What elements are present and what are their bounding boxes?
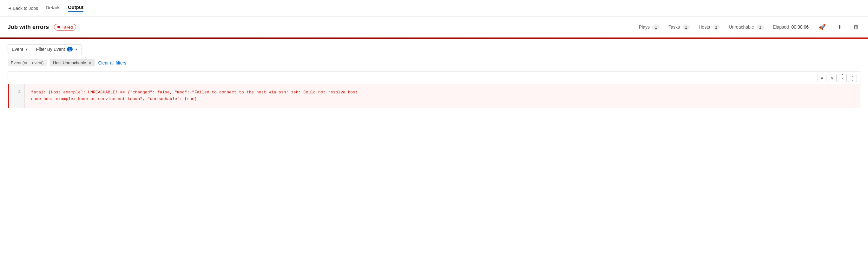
tasks-count: 1	[682, 25, 690, 30]
event-dropdown-label: Event	[12, 47, 23, 52]
filter-by-event-dropdown[interactable]: Filter By Event 1 ▼	[32, 45, 82, 54]
down-arrow-icon: ∨	[831, 75, 834, 80]
chevron-down-icon-2: ▼	[74, 48, 78, 51]
tasks-label: Tasks	[669, 25, 680, 30]
rocket-icon: 🚀	[819, 24, 826, 30]
hosts-count: 1	[713, 25, 720, 30]
elapsed-label: Elapsed	[773, 25, 789, 30]
back-to-jobs-link[interactable]: ◄ Back to Jobs	[8, 6, 38, 11]
active-filter-label: Event (or__event)	[8, 59, 46, 66]
elapsed-value: 00:00:06	[792, 25, 809, 30]
rocket-button[interactable]: 🚀	[817, 22, 827, 32]
output-toolbar: ∧ ∨ ⌃⌃ ⌄⌄	[8, 72, 860, 84]
output-container: ∧ ∨ ⌃⌃ ⌄⌄ 4 fatal: [Host example]: UNREA…	[8, 72, 860, 108]
download-button[interactable]: ⬇	[836, 22, 843, 32]
active-filter-value-tag: Host Unreachable ✕	[50, 59, 95, 66]
back-arrow-icon: ◄	[8, 6, 11, 10]
clear-all-filters-button[interactable]: Clear all filters	[98, 60, 126, 65]
delete-button[interactable]: 🗑	[852, 23, 860, 32]
download-icon: ⬇	[837, 24, 842, 30]
top-nav: ◄ Back to Jobs Details Output	[0, 0, 868, 17]
remove-filter-icon[interactable]: ✕	[89, 61, 92, 65]
unreachable-count: 1	[757, 25, 764, 30]
hosts-stat: Hosts 1	[699, 25, 720, 30]
output-row: 4 fatal: [Host example]: UNREACHABLE! =>…	[8, 84, 860, 108]
filter-count-badge: 1	[67, 47, 73, 52]
job-stats: Plays 1 Tasks 1 Hosts 1 Unreachable 1 El…	[639, 22, 860, 32]
tasks-stat: Tasks 1	[669, 25, 690, 30]
elapsed-stat: Elapsed 00:00:06	[773, 25, 809, 30]
scroll-up-button[interactable]: ∧	[817, 74, 827, 82]
up-arrow-icon: ∧	[820, 75, 824, 80]
scroll-down-button[interactable]: ∨	[828, 74, 837, 82]
hosts-label: Hosts	[699, 25, 710, 30]
tab-output[interactable]: Output	[68, 4, 84, 12]
trash-icon: 🗑	[854, 24, 859, 30]
job-header: Job with errors Failed Plays 1 Tasks 1 H…	[0, 17, 868, 37]
active-filters-row: Event (or__event) Host Unreachable ✕ Cle…	[8, 59, 860, 66]
job-title: Job with errors	[8, 24, 49, 30]
filter-area: Event ▼ Filter By Event 1 ▼ Event (or__e…	[0, 39, 868, 66]
status-label: Failed	[62, 25, 73, 30]
event-dropdown[interactable]: Event ▼	[8, 45, 32, 54]
plays-label: Plays	[639, 25, 650, 30]
filter-controls-row: Event ▼ Filter By Event 1 ▼	[8, 45, 860, 54]
filter-value-text: Host Unreachable	[53, 60, 86, 65]
status-badge: Failed	[54, 24, 76, 30]
status-dot	[57, 26, 60, 28]
top-arrow-icon: ⌃⌃	[841, 74, 844, 82]
back-to-jobs-label: Back to Jobs	[13, 6, 38, 11]
plays-stat: Plays 1	[639, 25, 659, 30]
line-number: 4	[9, 84, 25, 108]
unreachable-stat: Unreachable 1	[729, 25, 764, 30]
bottom-arrow-icon: ⌄⌄	[851, 74, 854, 82]
tab-details[interactable]: Details	[46, 5, 60, 11]
code-content: fatal: [Host example]: UNREACHABLE! => {…	[25, 84, 860, 108]
scroll-top-button[interactable]: ⌃⌃	[838, 74, 847, 82]
chevron-down-icon: ▼	[25, 48, 28, 51]
filter-by-event-label: Filter By Event	[36, 47, 65, 52]
plays-count: 1	[652, 25, 659, 30]
scroll-bottom-button[interactable]: ⌄⌄	[848, 74, 857, 82]
unreachable-label: Unreachable	[729, 25, 754, 30]
